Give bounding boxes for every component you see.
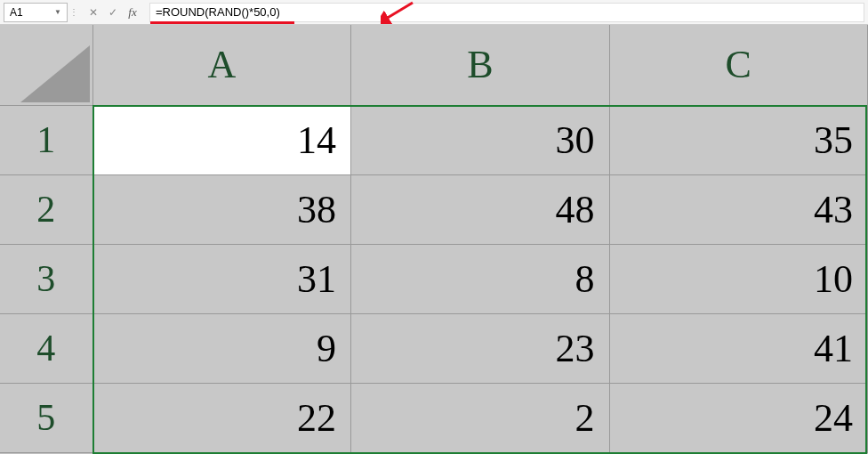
cell-b1[interactable]: 30: [351, 105, 609, 174]
cancel-button[interactable]: ✕: [84, 4, 103, 21]
select-all-corner[interactable]: [0, 25, 92, 105]
row-header-1[interactable]: 1: [0, 105, 92, 174]
cell-b2[interactable]: 48: [351, 174, 609, 244]
cell-a2[interactable]: 38: [92, 174, 350, 244]
cell-c2[interactable]: 43: [609, 174, 867, 244]
check-icon: ✓: [108, 6, 117, 19]
enter-button[interactable]: ✓: [103, 4, 123, 21]
cell-c3[interactable]: 10: [609, 244, 867, 313]
row-header-2[interactable]: 2: [0, 174, 92, 244]
column-header-b[interactable]: B: [351, 25, 609, 105]
column-header-a[interactable]: A: [92, 25, 350, 105]
cell-a4[interactable]: 9: [92, 313, 350, 383]
cell-c4[interactable]: 41: [609, 313, 867, 383]
formula-bar: A1 ▼ ⋮ ✕ ✓ fx =ROUND(RAND()*50,0): [0, 0, 868, 25]
corner-triangle-icon: [20, 45, 90, 102]
cell-a1[interactable]: 14: [92, 105, 350, 174]
formula-buttons: ✕ ✓ fx: [80, 4, 146, 21]
annotation-underline: [150, 21, 294, 24]
formula-text: =ROUND(RAND()*50,0): [156, 5, 280, 19]
x-icon: ✕: [89, 6, 98, 19]
name-box[interactable]: A1 ▼: [4, 3, 68, 22]
spreadsheet-grid: A B C 1 14 30 35 2 38 48 43 3 31 8 10 4 …: [0, 25, 868, 454]
cell-a3[interactable]: 31: [92, 244, 350, 313]
cell-c1[interactable]: 35: [609, 105, 867, 174]
cell-c5[interactable]: 24: [609, 383, 867, 452]
row-header-5[interactable]: 5: [0, 383, 92, 452]
row-header-3[interactable]: 3: [0, 244, 92, 313]
cell-a5[interactable]: 22: [92, 383, 350, 452]
row-header-4[interactable]: 4: [0, 313, 92, 383]
insert-function-button[interactable]: fx: [123, 4, 142, 21]
formula-input[interactable]: =ROUND(RAND()*50,0): [149, 3, 864, 22]
name-box-value: A1: [10, 6, 23, 19]
cell-b3[interactable]: 8: [351, 244, 609, 313]
cell-b4[interactable]: 23: [351, 313, 609, 383]
divider: ⋮: [71, 7, 76, 17]
fx-icon: fx: [128, 5, 136, 20]
column-header-c[interactable]: C: [609, 25, 867, 105]
dropdown-icon[interactable]: ▼: [54, 8, 61, 16]
cell-b5[interactable]: 2: [351, 383, 609, 452]
